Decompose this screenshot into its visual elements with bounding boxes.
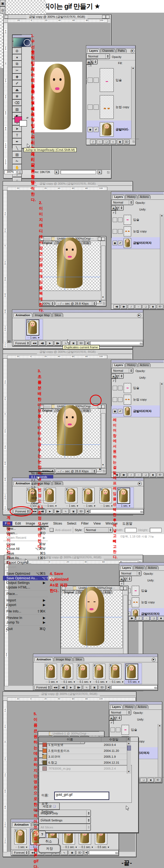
file-menu-item-Place[interactable]: Place...: [3, 591, 48, 596]
resize-grip[interactable]: [103, 302, 106, 305]
resize-grip[interactable]: [140, 511, 143, 514]
toolbox-fragment-icon[interactable]: ◎: [0, 6, 5, 13]
frame-delay-value[interactable]: 0.1 sec. ▾: [64, 680, 75, 683]
tab-channels[interactable]: Channels: [100, 49, 115, 53]
file-menu-item-SaveOptimizedAs[interactable]: Save Optimized As...⌥⇧⌘S: [3, 576, 48, 580]
tab-history[interactable]: History: [125, 195, 137, 199]
vertical-ruler[interactable]: 4 02 002 04 06 08 01 0 01 2 0: [3, 23, 8, 170]
frame-thumbnail-1[interactable]: 1: [45, 664, 57, 679]
frame-delay-value[interactable]: 1 sec. ▾: [121, 504, 130, 507]
frame-delay-1[interactable]: ∘∘1 sec. ▾: [43, 680, 60, 683]
layer-style-icon[interactable]: ƒ: [90, 140, 96, 144]
vertical-ruler[interactable]: 4 02 002 04 06 08 01 0 01 2 0: [3, 701, 7, 852]
rewind-icon[interactable]: ◀◀: [31, 341, 38, 346]
resize-grip[interactable]: [132, 141, 135, 143]
healing-brush-icon[interactable]: ✚: [12, 73, 22, 80]
eye-box[interactable]: [88, 104, 93, 110]
blend-mode-popup[interactable]: Normal: [119, 571, 141, 576]
file-menu-item-Import[interactable]: Import▶: [3, 598, 48, 602]
zoom-level[interactable]: 300%: [4, 170, 16, 174]
horizontal-ruler[interactable]: 20020406080100: [7, 355, 107, 359]
height-field[interactable]: [150, 528, 162, 532]
frame-delay-1[interactable]: ∘∘1 sec. ▾: [25, 336, 42, 339]
tab-animation[interactable]: Animation: [34, 657, 53, 661]
horizontal-ruler[interactable]: 20020406080100: [8, 19, 108, 23]
tab-animation[interactable]: Animation: [13, 313, 32, 317]
scroll-up-icon[interactable]: ▲: [158, 724, 161, 727]
layer-set-icon[interactable]: ❏: [104, 140, 110, 144]
file-menu-item-SaveOptimized[interactable]: Save Optimized⌥⌘S: [3, 571, 48, 576]
palette-scrollbar[interactable]: [158, 724, 162, 777]
layer-mask-icon[interactable]: ○: [97, 140, 103, 144]
play-icon[interactable]: ▶: [68, 685, 75, 690]
tween-icon[interactable]: ∿: [83, 685, 90, 690]
collapse-box-icon[interactable]: [101, 405, 105, 408]
next-frame-icon[interactable]: ▮▶: [75, 685, 82, 690]
delay-menu-item[interactable]: 5.0: [29, 493, 53, 496]
trash-icon[interactable]: ⌦: [78, 341, 85, 346]
width-field[interactable]: [125, 528, 136, 532]
palette-grip[interactable]: [13, 35, 32, 38]
file-menu-item-Quit[interactable]: Quit⌘Q: [3, 626, 48, 631]
scroll-thumb[interactable]: [127, 746, 131, 750]
tab-slice[interactable]: Slice: [52, 313, 63, 317]
eye-box[interactable]: [113, 229, 117, 234]
file-row-4[interactable]: 6.창고2004.12.31: [39, 760, 127, 766]
pen-tool-icon[interactable]: ✒: [12, 138, 22, 145]
layer-row-1[interactable]: 입술: [112, 214, 160, 226]
tween-icon[interactable]: ∿: [61, 850, 68, 855]
v-scrollbar[interactable]: [101, 246, 106, 300]
frame-delay-6[interactable]: ∘∘1 sec. ▾: [116, 504, 133, 507]
layer-row-2[interactable]: 눈썹 copy: [112, 226, 160, 238]
new-layer-icon[interactable]: ▣: [158, 616, 164, 621]
layer-row-3[interactable]: ◉✐금발머리-: [87, 121, 131, 138]
palette-grip[interactable]: [112, 360, 164, 363]
prev-frame-icon[interactable]: ◀▮: [39, 341, 46, 346]
eye-icon[interactable]: ◉: [113, 241, 117, 245]
history-brush-icon[interactable]: ✻: [12, 93, 22, 99]
frame-delay-5[interactable]: ∘∘1 sec. ▾: [98, 504, 115, 507]
file-menu-item-FileInfo[interactable]: File Info...⇧⌘K: [3, 609, 48, 614]
file-row-2[interactable]: 2.토마토토이즈2004.11.20: [39, 748, 127, 754]
frame-delay-value[interactable]: 0.1 sec. ▾: [80, 680, 91, 683]
horizontal-ruler[interactable]: 20020406080100: [7, 187, 107, 191]
tab-image-map[interactable]: Image Map: [54, 657, 73, 661]
layer-row-3[interactable]: ◉✐금발머리여자: [112, 405, 160, 417]
sort-order-icon[interactable]: ≜: [126, 737, 131, 742]
tab-history[interactable]: History: [125, 363, 137, 367]
lasso-tool-icon[interactable]: ✇: [12, 48, 22, 54]
trash-icon[interactable]: ⌦: [157, 473, 163, 477]
line-tool-icon[interactable]: ╲: [12, 145, 22, 151]
frame-delay-6[interactable]: ∘∘0.5 sec. ▾: [124, 680, 141, 683]
menubar-item-Select[interactable]: Select: [65, 521, 79, 526]
frame-thumbnail-4[interactable]: 4: [93, 664, 106, 679]
collapse-box-icon[interactable]: [123, 587, 127, 590]
file-menu-item-CloseAll[interactable]: Close All⌥⌘W: [3, 547, 48, 551]
next-frame-icon[interactable]: ▮▶: [54, 509, 61, 514]
palette-scrollbar[interactable]: [160, 382, 164, 472]
scroll-down-icon[interactable]: ▼: [101, 296, 105, 299]
frame-delay-value[interactable]: 1 sec. ▾: [86, 504, 95, 507]
delay-menu-item[interactable]: 0.5: [29, 482, 53, 486]
frame-delay-value[interactable]: 0.1 sec. ▾: [81, 846, 93, 848]
notes-tool-icon[interactable]: ▤: [12, 151, 22, 158]
tab-layers[interactable]: Layers: [87, 49, 100, 53]
frame-delay-5[interactable]: ∘∘0.1 sec. ▾: [108, 680, 125, 683]
gradient-tool-icon[interactable]: ▨: [12, 106, 22, 113]
palette-menu-icon[interactable]: ▶: [138, 482, 142, 486]
vertical-ruler[interactable]: 4 02 002 04 06 08 01 0 01 2 0: [3, 190, 7, 343]
trash-icon[interactable]: ⌦: [157, 305, 163, 309]
slice-tool-icon[interactable]: ✂: [12, 67, 22, 73]
swap-swatch-icon[interactable]: ⇄: [26, 117, 30, 119]
menubar-item-[interactable]: 도움말: [120, 521, 135, 526]
file-menu-item-OpenRecent[interactable]: Open Recent▶: [3, 535, 48, 540]
clone-stamp-icon[interactable]: ⏏: [12, 87, 22, 93]
eye-box[interactable]: [113, 397, 117, 402]
magic-wand-icon[interactable]: ✶: [12, 54, 22, 61]
blend-mode-popup[interactable]: Normal: [86, 54, 110, 59]
resize-grip[interactable]: [154, 687, 157, 689]
eye-box[interactable]: [113, 218, 117, 222]
filename-input[interactable]: gold_girl.gif: [54, 792, 109, 800]
trash-icon[interactable]: ⌦: [124, 140, 130, 144]
play-icon[interactable]: ▶: [46, 341, 53, 346]
